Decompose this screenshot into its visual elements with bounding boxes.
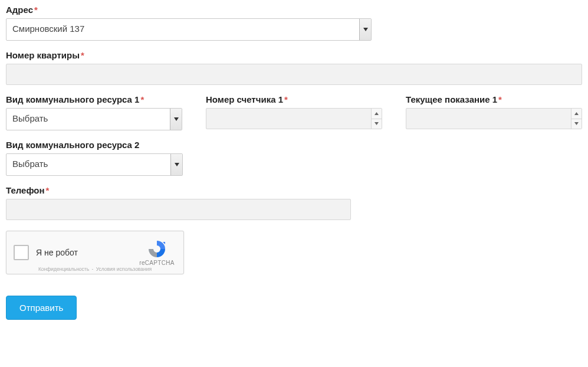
required-asterisk: * [140, 94, 144, 104]
submit-button[interactable]: Отправить [6, 296, 77, 320]
dropdown-icon [170, 109, 182, 130]
resource1-label: Вид коммунального ресурса 1* [6, 94, 182, 104]
spinner-up-icon[interactable] [571, 109, 582, 119]
address-label: Адрес* [6, 5, 582, 15]
resource2-value: Выбрать [6, 154, 170, 175]
reading1-input[interactable] [406, 108, 582, 129]
spinner-down-icon[interactable] [372, 119, 382, 129]
recaptcha-icon [147, 240, 166, 258]
resource1-value: Выбрать [6, 109, 170, 130]
resource2-select[interactable]: Выбрать [6, 153, 183, 176]
resource1-select[interactable]: Выбрать [6, 108, 182, 130]
meter1-label: Номер счетчика 1* [206, 94, 382, 104]
address-select[interactable]: Смирновский 137 [6, 18, 372, 41]
recaptcha-text: Я не робот [36, 248, 136, 257]
required-asterisk: * [46, 185, 50, 195]
address-value: Смирновский 137 [6, 19, 359, 40]
dropdown-icon [170, 154, 182, 175]
required-asterisk: * [498, 94, 502, 104]
spinner-down-icon[interactable] [571, 119, 582, 129]
required-asterisk: * [81, 50, 84, 60]
dropdown-icon [359, 19, 371, 40]
meter1-input[interactable] [206, 108, 382, 129]
apartment-label: Номер квартиры* [6, 50, 582, 60]
phone-input[interactable] [6, 199, 351, 220]
phone-label: Телефон* [6, 185, 582, 195]
reading1-value [406, 109, 571, 129]
recaptcha-checkbox[interactable] [14, 245, 29, 260]
meter1-value [206, 109, 371, 129]
spinner-up-icon[interactable] [372, 109, 382, 119]
reading1-label: Текущее показание 1* [406, 94, 582, 104]
recaptcha-widget[interactable]: Я не робот reCAPTCHA Конфиденциальность … [6, 231, 184, 274]
recaptcha-footer: Конфиденциальность - Условия использован… [6, 266, 183, 272]
recaptcha-brand: reCAPTCHA [136, 260, 178, 266]
apartment-input[interactable] [6, 64, 582, 85]
resource2-label: Вид коммунального ресурса 2 [6, 140, 582, 150]
required-asterisk: * [34, 5, 38, 15]
required-asterisk: * [284, 94, 288, 104]
